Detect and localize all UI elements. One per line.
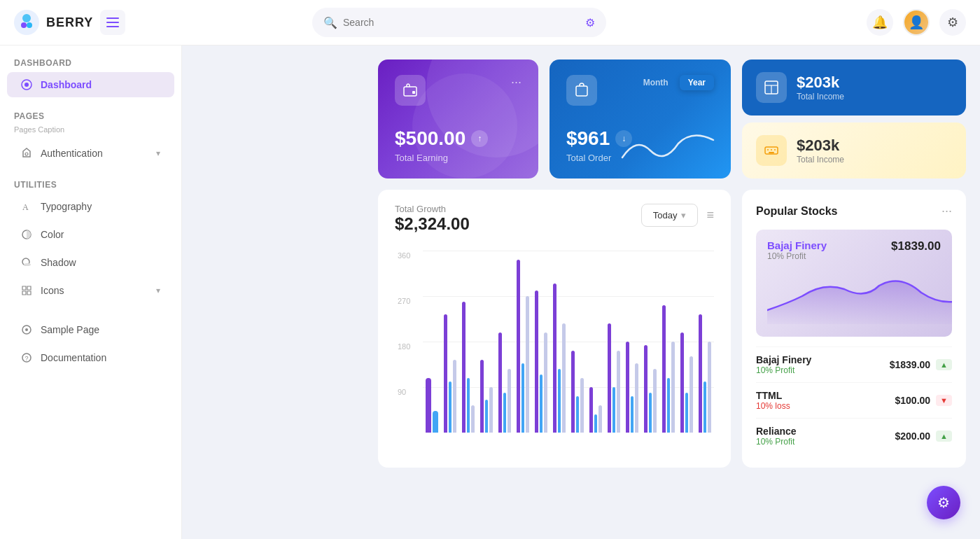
fab-icon: ⚙ [937,494,950,511]
badge-up: ▲ [936,430,952,442]
svg-text:A: A [22,202,29,212]
stock-name: TTML [756,390,790,401]
shopping-icon [574,83,589,98]
sidebar-item-authentication[interactable]: Authentication ▾ [7,141,174,166]
bar-light [635,363,638,433]
sidebar-item-shadow[interactable]: Shadow [7,250,174,275]
total-income-1-amount: $203k [797,74,844,92]
today-button[interactable]: Today ▾ [641,204,699,227]
bajaj-featured-name: Bajaj Finery [767,239,827,251]
stocks-header: Popular Stocks ··· [756,204,952,218]
svg-point-8 [24,83,29,87]
bar-blue [503,393,507,433]
stocks-dots[interactable]: ··· [941,204,952,218]
month-toggle-button[interactable]: Month [635,75,677,90]
keyboard-icon [764,143,779,158]
stock-profit: 10% loss [756,401,790,411]
bar-blue [576,396,580,433]
bar-blue [704,382,707,433]
svg-point-2 [21,22,27,28]
bar-purple [608,323,611,433]
sidebar-item-icons[interactable]: Icons ▾ [7,278,174,303]
sidebar-item-dashboard[interactable]: Dashboard [7,72,174,97]
total-earning-label: Total Earning [395,153,522,163]
bar-blue [433,411,438,433]
bar-group [589,251,602,433]
bar-light [453,360,456,433]
sidebar-item-dashboard-label: Dashboard [41,79,92,90]
avatar-button[interactable]: 👤 [903,9,930,36]
sidebar: Dashboard Dashboard Pages Pages Caption … [0,0,182,539]
sidebar-item-typography[interactable]: A Typography [7,194,174,219]
bar-group [498,251,511,433]
bajaj-featured-card: Bajaj Finery 10% Profit $1839.00 [756,230,952,337]
docs-icon: ? [21,352,32,363]
chart-menu-icon[interactable]: ≡ [706,208,714,223]
bar-blue [594,414,598,433]
stock-list: Bajaj Finery10% Profit$1839.00▲TTML10% l… [756,346,952,454]
stock-profit: 10% Profit [756,437,797,447]
bar-blue [558,369,561,433]
order-icon-box [566,75,597,106]
icons-icon [21,285,32,296]
bar-purple [662,305,666,433]
bar-light [653,369,657,433]
total-earning-card: ··· $500.00 ↑ Total Earning [378,59,538,178]
stock-name: Bajaj Finery [756,354,811,365]
fab-button[interactable]: ⚙ [927,486,960,519]
bar-light [562,323,566,433]
bar-light [690,356,693,433]
svg-point-15 [25,328,28,331]
sidebar-item-authentication-label: Authentication [41,148,103,159]
sidebar-item-color[interactable]: Color [7,222,174,247]
year-toggle-button[interactable]: Year [680,75,714,90]
search-input[interactable] [343,17,580,28]
table-icon [764,80,779,95]
total-income-1-label: Total Income [797,92,844,102]
auth-chevron-icon: ▾ [156,148,160,158]
sidebar-section-dashboard: Dashboard [0,46,181,71]
topbar-left: BERRY [0,10,182,35]
bar-group [444,251,456,433]
chart-amount: $2,324.00 [395,214,470,234]
bar-purple [498,332,502,433]
bar-purple [462,302,465,433]
earning-card-dots[interactable]: ··· [511,75,522,90]
bar-blue [685,393,689,433]
wallet-icon [402,83,418,98]
bar-purple [626,342,629,433]
stock-price: $100.00 [895,395,931,406]
svg-point-1 [22,14,31,22]
notification-button[interactable]: 🔔 [867,9,893,36]
bar-group [517,251,529,433]
bar-group [480,251,493,433]
chart-card: Total Growth $2,324.00 Today ▾ ≡ 360 270… [378,190,731,468]
bar-group [662,251,675,433]
search-icon: 🔍 [323,16,337,29]
filter-icon[interactable]: ⚙ [585,16,595,29]
bar-light [489,387,493,433]
sidebar-item-documentation[interactable]: ? Documentation [7,345,174,370]
total-income-2-amount: $203k [797,136,844,155]
sidebar-item-sample[interactable]: Sample Page [7,317,174,342]
hamburger-button[interactable] [100,10,125,35]
sidebar-section-utilities: Utilities [0,167,181,192]
sidebar-pages-caption: Pages Caption [0,124,181,139]
bar-blue [631,396,634,433]
bar-purple [680,332,684,433]
stock-price: $1839.00 [890,359,930,370]
bar-blue [485,400,489,433]
bars-container [423,251,714,433]
sidebar-section-pages: Pages [0,99,181,124]
bar-light [671,342,675,433]
income-icon-box-2 [756,135,787,166]
settings-button[interactable]: ⚙ [939,9,966,36]
cards-row: ··· $500.00 ↑ Total Earning [378,59,966,178]
sidebar-item-sample-label: Sample Page [41,324,99,335]
bar-group [462,251,475,433]
auth-icon [21,148,32,159]
bar-chart-area: 360 270 180 90 [395,251,714,447]
bar-light [598,405,602,433]
sidebar-item-documentation-label: Documentation [41,352,106,363]
search-box: 🔍 ⚙ [312,8,606,37]
